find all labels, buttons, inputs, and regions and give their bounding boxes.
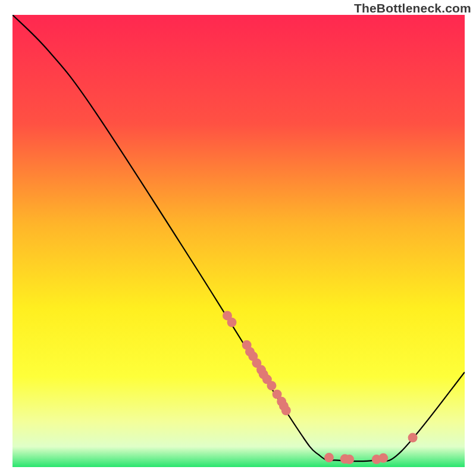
- data-point: [345, 455, 354, 464]
- attribution-label: TheBottleneck.com: [354, 1, 471, 15]
- data-point: [378, 453, 388, 463]
- chart-figure: TheBottleneck.com: [0, 0, 476, 476]
- data-point: [227, 318, 237, 327]
- line-layer: [12, 15, 465, 467]
- plot-area: [12, 15, 465, 467]
- data-point: [281, 406, 291, 415]
- data-point: [324, 453, 334, 462]
- data-point: [408, 433, 418, 443]
- data-point: [267, 381, 277, 390]
- data-points: [223, 311, 418, 464]
- bottleneck-curve: [12, 15, 465, 461]
